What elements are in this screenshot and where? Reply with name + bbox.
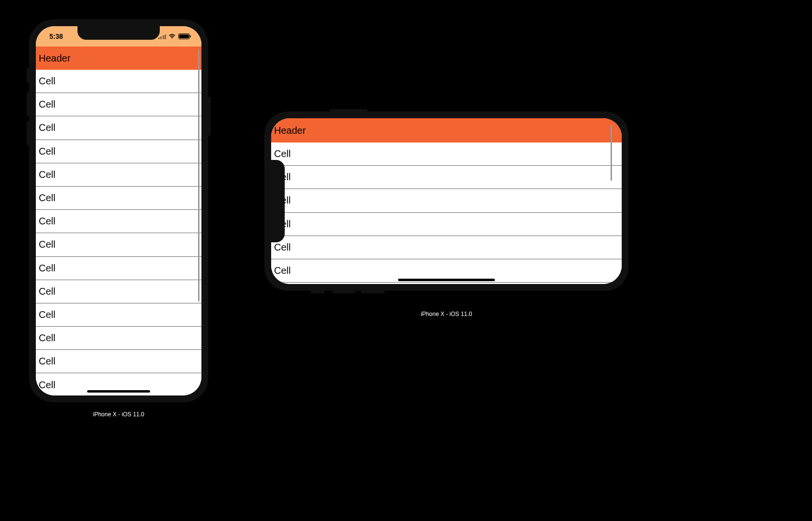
table-row[interactable]: Cell [271, 189, 622, 212]
cell-label: Cell [39, 192, 55, 204]
table-row[interactable]: Cell [36, 116, 201, 140]
volume-up-button [27, 92, 29, 116]
table-section-header: Header [36, 47, 201, 70]
cell-label: Cell [39, 263, 55, 274]
device-caption-landscape: iPhone X - iOS 11.0 [264, 311, 628, 317]
cell-label: Cell [39, 309, 55, 320]
table-row[interactable]: Cell [271, 213, 622, 236]
cell-label: Cell [274, 242, 291, 253]
table-row[interactable]: Cell [271, 236, 622, 259]
cell-label: Cell [39, 122, 55, 133]
cell-label: Cell [39, 239, 55, 250]
table-row[interactable]: Cell [36, 140, 201, 163]
cellular-signal-icon [158, 34, 167, 39]
status-time: 5:38 [49, 32, 63, 40]
status-right-icons [158, 33, 190, 39]
table-row[interactable]: Cell [36, 280, 201, 303]
table-body[interactable]: Cell Cell Cell Cell Cell Cell Cell Cell … [36, 70, 201, 395]
table-row[interactable]: Cell [36, 233, 201, 256]
table-row[interactable]: Cell [36, 327, 201, 350]
battery-icon [178, 33, 190, 39]
table-body[interactable]: Cell Cell Cell Cell Cell Cell [271, 142, 622, 284]
table-row[interactable]: Cell [36, 257, 201, 280]
device-caption-portrait: iPhone X - iOS 11.0 [29, 411, 208, 418]
cell-label: Cell [39, 332, 55, 344]
table-row[interactable]: Cell [36, 163, 201, 187]
cell-label: Cell [39, 356, 55, 367]
cell-label: Cell [274, 265, 291, 276]
table-row[interactable]: Cell [36, 70, 201, 93]
cell-label: Cell [39, 379, 55, 391]
header-label: Header [274, 125, 306, 136]
table-row[interactable]: Cell [36, 93, 201, 116]
cell-label: Cell [39, 169, 55, 180]
cell-label: Cell [39, 216, 55, 227]
power-button [330, 109, 368, 111]
iphone-portrait-frame: 5:38 Header Cell Cell Cell Cell Cell Ce [29, 19, 208, 402]
scroll-indicator[interactable] [198, 49, 199, 301]
mute-switch [310, 291, 325, 293]
device-notch [77, 26, 160, 40]
home-indicator[interactable] [87, 390, 150, 393]
device-notch [271, 160, 285, 242]
volume-up-button [332, 291, 355, 293]
cell-label: Cell [39, 146, 55, 157]
power-button [208, 97, 211, 136]
table-row[interactable]: Cell [36, 350, 201, 373]
table-section-header: Header [271, 118, 622, 142]
volume-down-button [361, 291, 384, 293]
cell-label: Cell [39, 99, 55, 110]
wifi-icon [169, 33, 176, 39]
scroll-indicator[interactable] [611, 125, 612, 181]
cell-label: Cell [39, 76, 55, 87]
header-label: Header [39, 53, 71, 64]
table-row[interactable]: Cell [36, 303, 201, 327]
cell-label: Cell [39, 286, 55, 297]
table-row[interactable]: Cell [36, 187, 201, 210]
table-row[interactable]: Cell [36, 210, 201, 233]
table-row[interactable]: Cell [271, 142, 622, 166]
table-row[interactable]: Cell [271, 166, 622, 189]
volume-down-button [27, 121, 29, 145]
iphone-landscape-frame: Header Cell Cell Cell Cell Cell Cell [264, 111, 628, 291]
portrait-screen[interactable]: 5:38 Header Cell Cell Cell Cell Cell Ce [36, 26, 201, 395]
mute-switch [27, 68, 29, 82]
home-indicator[interactable] [398, 279, 495, 281]
cell-label: Cell [274, 148, 291, 159]
landscape-screen[interactable]: Header Cell Cell Cell Cell Cell Cell [271, 118, 622, 284]
